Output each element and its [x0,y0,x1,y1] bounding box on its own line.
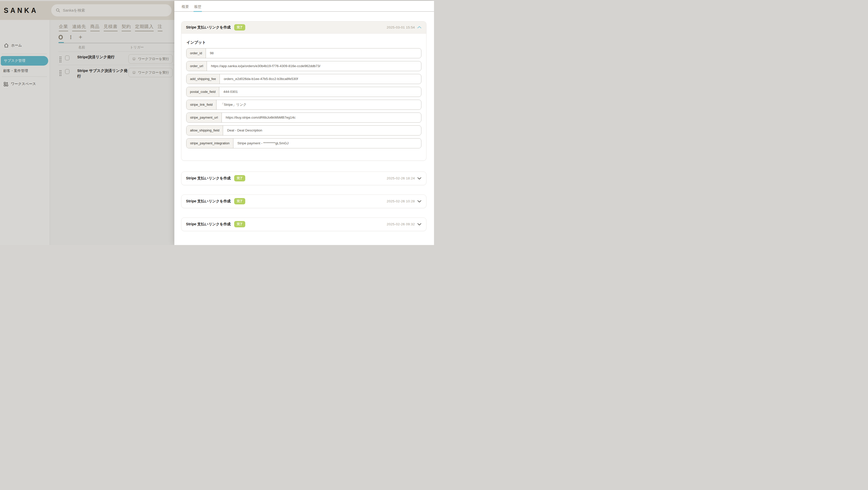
run-timestamp: 2025-02-26 09:32 [387,222,415,226]
run-header[interactable]: Stripe 支払いリンクを作成 完了 2025-02-26 10:28 [181,195,426,208]
field-value: https://buy.stripe.com/dR6bJo6kWbMB7eg14… [222,113,300,122]
column-header-trigger: トリガー [130,45,144,50]
chevron-down-icon[interactable] [417,223,422,226]
view-bar-divider [59,43,174,43]
input-field-order-id: order_id 98 [186,48,422,58]
run-card-collapsed: Stripe 支払いリンクを作成 完了 2025-02-26 10:28 [181,194,427,208]
input-field-postal-code: postal_code_field 444-0301 [186,87,422,97]
sidebar-item-label: 顧客・案件管理 [3,69,28,73]
inputs-section-title: インプット [186,40,422,45]
workspace-grid-plus-icon [3,82,8,87]
drag-handle-icon[interactable] [59,70,62,76]
sidebar-divider [2,54,47,54]
search-input[interactable]: Sankaを検索 [51,4,172,17]
run-header[interactable]: Stripe 支払いリンクを作成 完了 2025-03-01 15:54 [181,22,426,34]
field-key: order_url [186,61,207,71]
status-badge: 完了 [234,24,245,31]
field-key: order_id [186,49,206,58]
field-key: add_shipping_fee [186,74,220,84]
table-row[interactable]: Stripe決済リンク発行 ワークフローを実行 [59,54,174,64]
run-workflow-label: ワークフローを実行 [138,57,169,61]
top-header: SANKA Sankaを検索 [0,1,174,20]
field-value: 「Stripe」リンク [217,100,251,110]
field-key: postal_code_field [186,87,219,97]
input-field-stripe-payment-integration: stripe_payment_integration Stripe paymen… [186,138,422,148]
column-header-name: 名前 [78,45,85,50]
tab-overview[interactable]: 概要 [181,4,189,11]
tab-subscriptions[interactable]: 定期購入 [135,24,154,31]
view-bar: ⋮ + [59,33,174,42]
field-key: stripe_payment_url [186,113,222,122]
add-view-button[interactable]: + [79,34,82,40]
app-logo: SANKA [4,6,38,15]
table-row[interactable]: Stripe サブスク決済リンク発行 ワークフローを実行 [59,68,174,79]
tab-history[interactable]: 履歴 [193,4,202,12]
sidebar-item-label: ホーム [11,43,22,48]
run-body: インプット order_id 98 order_url https://app.… [181,40,426,160]
tab-quotes[interactable]: 見積書 [104,24,118,31]
input-field-add-shipping-fee: add_shipping_fee orders_e2d026da-b1ee-47… [186,74,422,84]
sidebar-divider [2,76,47,77]
run-header[interactable]: Stripe 支払いリンクを作成 完了 2025-02-26 18:24 [181,172,426,185]
tab-contacts[interactable]: 連絡先 [72,24,86,31]
run-history-list: Stripe 支払いリンクを作成 完了 2025-03-01 15:54 インプ… [174,21,434,231]
input-field-allow-shipping: allow_shipping_field Deal - Deal Descrip… [186,125,422,135]
field-value: Deal - Deal Description [223,126,266,135]
run-timestamp: 2025-02-26 10:28 [387,199,415,203]
entity-tabs: 企業 連絡先 商品 見積書 契約 定期購入 注 [59,24,162,31]
sidebar-item-subscription[interactable]: サブスク管理 [1,56,48,66]
input-field-stripe-payment-url: stripe_payment_url https://buy.stripe.co… [186,113,422,123]
status-badge: 完了 [234,198,245,204]
field-value: 98 [206,49,218,58]
row-checkbox[interactable] [65,69,69,74]
status-badge: 完了 [234,221,245,227]
run-title: Stripe 支払いリンクを作成 [186,222,230,226]
sidebar-item-label: サブスク管理 [4,59,25,63]
run-workflow-label: ワークフローを実行 [138,70,169,75]
run-card-collapsed: Stripe 支払いリンクを作成 完了 2025-02-26 18:24 [181,172,427,185]
workflow-name[interactable]: Stripe サブスク決済リンク発行 [77,68,128,79]
field-value: https://app.sanka.io/ja/orders/e30b4b19-… [207,61,324,71]
search-icon [56,8,60,12]
run-card-expanded: Stripe 支払いリンクを作成 完了 2025-03-01 15:54 インプ… [181,21,427,161]
tab-companies[interactable]: 企業 [59,24,68,31]
sidebar: ホーム サブスク管理 顧客・案件管理 ワークス [0,20,50,245]
input-field-order-url: order_url https://app.sanka.io/ja/orders… [186,61,422,71]
field-value: 444-0301 [219,87,242,97]
search-placeholder: Sankaを検索 [63,8,85,13]
tab-contracts[interactable]: 契約 [122,24,131,31]
tab-orders-clipped[interactable]: 注 [158,24,162,31]
row-checkbox[interactable] [65,56,69,60]
field-value: orders_e2d026da-b1ee-47b5-8cc2-b3bca8fe5… [220,74,302,84]
workflow-list-panel: 企業 連絡先 商品 見積書 契約 定期購入 注 ⋮ + 名前 トリガー [50,20,174,245]
field-key: allow_shipping_field [186,126,223,135]
run-card-collapsed: Stripe 支払いリンクを作成 完了 2025-02-26 09:32 [181,217,427,231]
run-title: Stripe 支払いリンクを作成 [186,176,230,181]
run-timestamp: 2025-03-01 15:54 [387,26,415,29]
tab-products[interactable]: 商品 [90,24,100,31]
row-divider [59,65,174,65]
run-timestamp: 2025-02-26 18:24 [387,176,415,180]
chevron-down-icon[interactable] [417,200,422,203]
sidebar-item-customers[interactable]: 顧客・案件管理 [0,67,50,74]
run-title: Stripe 支払いリンクを作成 [186,25,230,30]
drag-handle-icon[interactable] [59,56,62,63]
status-badge: 完了 [234,175,245,181]
workflow-detail-drawer: 概要 履歴 Stripe 支払いリンクを作成 完了 2025-03-01 15:… [174,1,434,245]
chevron-up-icon[interactable] [417,26,422,29]
drawer-tabs: 概要 履歴 [174,1,434,11]
view-tab-icon[interactable] [59,35,63,40]
field-value: Stripe payment - *********gLSmGJ [234,139,293,148]
app-window: SANKA Sankaを検索 ホーム サブスク管理 顧客・案件管理 [0,0,434,245]
chevron-down-icon[interactable] [417,177,422,180]
field-key: stripe_payment_integration [186,139,234,148]
sidebar-item-workspace[interactable]: ワークスペース [0,81,50,88]
kebab-menu-icon[interactable]: ⋮ [68,35,73,40]
run-workflow-button[interactable]: ワークフローを実行 [128,54,173,64]
sidebar-item-home[interactable]: ホーム [0,42,50,49]
run-workflow-button[interactable]: ワークフローを実行 [128,68,173,77]
run-title: Stripe 支払いリンクを作成 [186,199,230,204]
run-header[interactable]: Stripe 支払いリンクを作成 完了 2025-02-26 09:32 [181,218,426,231]
background-page: SANKA Sankaを検索 ホーム サブスク管理 顧客・案件管理 [0,0,174,245]
workflow-name[interactable]: Stripe決済リンク発行 [77,54,128,60]
